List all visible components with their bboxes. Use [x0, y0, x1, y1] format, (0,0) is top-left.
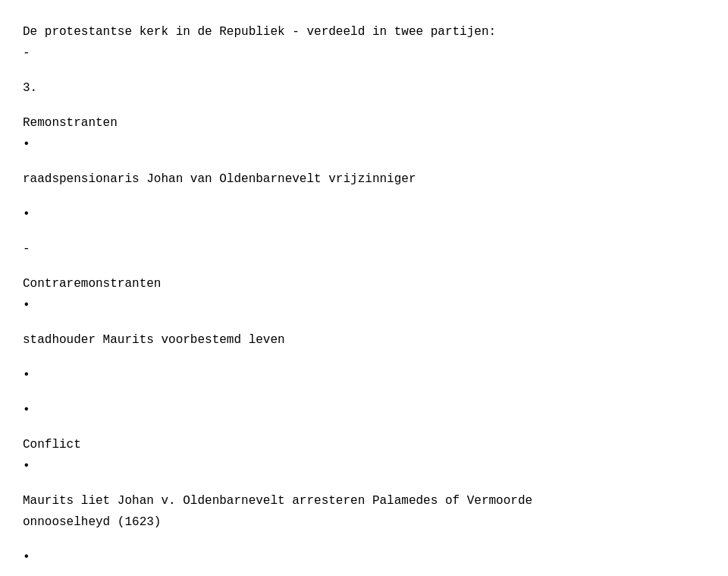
spacer-4: [23, 100, 690, 114]
text-line-26: Maurits liet Johan v. Oldenbarnevelt arr…: [23, 492, 690, 510]
spacer-7: [23, 156, 690, 170]
spacer-25: [23, 478, 690, 492]
spacer-2: [23, 65, 690, 79]
spacer-28: [23, 534, 690, 548]
text-line-0: De protestantse kerk in de Republiek - v…: [23, 23, 690, 41]
bullet-line-19: •: [23, 366, 690, 384]
spacer-22: [23, 422, 690, 436]
text-line-8: raadspensionaris Johan van Oldenbarnevel…: [23, 170, 690, 188]
content-area: De protestantse kerk in de Republiek - v…: [15, 15, 698, 576]
bullet-line-29: •: [23, 548, 690, 566]
bullet-line-15: •: [23, 296, 690, 314]
text-line-17: stadhouder Maurits voorbestemd leven: [23, 331, 690, 349]
text-line-23: Conflict: [23, 436, 690, 454]
spacer-20: [23, 387, 690, 401]
bullet-line-6: •: [23, 135, 690, 153]
spacer-13: [23, 261, 690, 275]
spacer-18: [23, 352, 690, 366]
text-line-14: Contraremonstranten: [23, 275, 690, 293]
text-line-5: Remonstranten: [23, 114, 690, 132]
text-line-3: 3.: [23, 79, 690, 97]
spacer-9: [23, 191, 690, 205]
bullet-line-24: •: [23, 457, 690, 475]
text-line-27: onnooselheyd (1623): [23, 513, 690, 531]
text-line-1: -: [23, 44, 690, 62]
spacer-16: [23, 317, 690, 331]
page-container: De protestantse kerk in de Republiek - v…: [0, 0, 728, 576]
text-line-12: -: [23, 240, 690, 258]
spacer-11: [23, 226, 690, 240]
bullet-line-10: •: [23, 205, 690, 223]
bullet-line-21: •: [23, 401, 690, 419]
